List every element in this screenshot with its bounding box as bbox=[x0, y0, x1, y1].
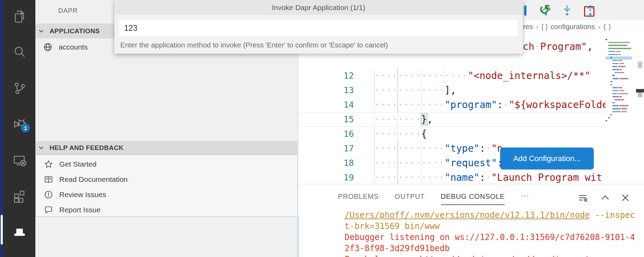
activity-bar: 1 bbox=[3, 0, 35, 257]
help-item-label: Review Issues bbox=[59, 190, 106, 199]
code-line[interactable]: 12················"<node_internals>/**" bbox=[298, 69, 606, 83]
help-item-read-documentation[interactable]: Read Documentation bbox=[44, 173, 128, 186]
console-line[interactable]: t-brk=31569 bin/www bbox=[345, 221, 440, 232]
line-number[interactable]: 18 bbox=[319, 156, 354, 170]
minimap-line bbox=[612, 90, 619, 91]
code-line[interactable]: 13············], bbox=[298, 83, 606, 98]
minimap-line bbox=[610, 84, 612, 86]
more-tabs-icon[interactable]: ··· bbox=[521, 191, 529, 201]
line-number[interactable]: 12 bbox=[319, 69, 354, 83]
line-number[interactable]: 19 bbox=[319, 170, 354, 184]
console-line[interactable]: For help, see: https://nodejs.org/en/doc… bbox=[345, 254, 600, 257]
minimap-line bbox=[618, 87, 622, 88]
app-item-label: accounts bbox=[59, 43, 88, 51]
minimap-line bbox=[619, 54, 621, 55]
minimap[interactable] bbox=[606, 33, 632, 152]
minimap-line bbox=[612, 111, 621, 113]
run-and-debug-icon[interactable]: 1 bbox=[11, 115, 27, 131]
console-line[interactable]: Debugger listening on ws://127.0.0.1:315… bbox=[345, 232, 635, 243]
code-text: ch·Program", bbox=[523, 39, 593, 54]
line-number[interactable]: 15 bbox=[319, 112, 354, 127]
quick-input-title: Invoke Dapr Application (1/1) bbox=[114, 0, 523, 15]
line-number[interactable]: 17 bbox=[319, 141, 354, 156]
console-line[interactable]: 2f3-8f98-3d29fd91bedb bbox=[345, 243, 450, 254]
code-text: ············"program":·"${workspaceFolde bbox=[374, 98, 606, 112]
minimap-line bbox=[608, 48, 631, 49]
code-text: ············], bbox=[374, 83, 456, 98]
add-configuration-button[interactable]: Add Configuration... bbox=[500, 148, 594, 169]
minimap-line bbox=[608, 51, 615, 52]
dapr-icon[interactable] bbox=[11, 223, 27, 239]
clear-console-icon[interactable] bbox=[577, 193, 588, 203]
minimap-line bbox=[606, 39, 607, 40]
close-panel-icon[interactable] bbox=[620, 193, 630, 203]
minimap-line bbox=[619, 90, 624, 91]
minimap-line bbox=[619, 105, 628, 106]
tab-debug-console[interactable]: DEBUG CONSOLE bbox=[441, 193, 505, 201]
book-icon bbox=[44, 175, 53, 184]
rail-scroll-thumb[interactable] bbox=[1, 215, 3, 245]
help-item-report-issue[interactable]: Report Issue bbox=[44, 203, 101, 216]
remote-explorer-icon[interactable] bbox=[11, 152, 27, 168]
code-line[interactable]: 19············"name":·"Launch Program wi… bbox=[298, 170, 606, 184]
minimap-line bbox=[621, 111, 627, 113]
minimap-line bbox=[606, 120, 607, 122]
help-item-review-issues[interactable]: Review Issues bbox=[44, 188, 106, 201]
minimap-line bbox=[612, 96, 619, 97]
console-line[interactable]: /Users/phoff/.nvm/versions/node/v12.13.1… bbox=[345, 210, 635, 221]
line-number[interactable]: 16 bbox=[319, 127, 354, 141]
bottom-panel: PROBLEMS OUTPUT DEBUG CONSOLE ··· /Users… bbox=[298, 184, 644, 257]
line-number[interactable]: 13 bbox=[319, 83, 354, 98]
code-line[interactable]: 16········{ bbox=[298, 127, 606, 141]
source-control-icon[interactable] bbox=[11, 80, 27, 96]
maximize-panel-icon[interactable] bbox=[600, 193, 610, 203]
panel-tabs: PROBLEMS OUTPUT DEBUG CONSOLE ··· bbox=[338, 193, 529, 201]
minimap-line bbox=[612, 66, 617, 67]
minimap-line bbox=[615, 72, 624, 73]
code-text: ············"type":·"n bbox=[374, 141, 503, 156]
tab-output[interactable]: OUTPUT bbox=[395, 193, 425, 201]
minimap-line bbox=[608, 42, 630, 43]
quick-input-field[interactable] bbox=[119, 20, 518, 36]
help-feedback-view: Get Started Read Documentation Review Is… bbox=[35, 154, 298, 217]
chevron-down-icon bbox=[39, 145, 44, 150]
minimap-line bbox=[612, 75, 615, 76]
minimap-line bbox=[608, 54, 619, 55]
search-icon[interactable] bbox=[11, 44, 27, 60]
debug-badge: 1 bbox=[21, 124, 30, 132]
minimap-line bbox=[610, 114, 612, 116]
section-help-and-feedback[interactable]: HELP AND FEEDBACK bbox=[35, 141, 298, 154]
quick-input-dialog: Invoke Dapr Application (1/1) Enter the … bbox=[114, 0, 523, 54]
vscode-window: 1 DAPR APPLICATIONS accounts HELP AN bbox=[0, 0, 644, 257]
code-text: ········}, bbox=[374, 112, 433, 127]
minimap-line bbox=[619, 63, 624, 64]
comment-icon bbox=[44, 205, 53, 214]
minimap-line bbox=[612, 105, 619, 106]
minimap-line bbox=[615, 99, 624, 100]
minimap-line bbox=[618, 66, 626, 67]
minimap-line bbox=[612, 93, 617, 95]
code-text: ················"<node_internals>/**" bbox=[374, 69, 591, 83]
section-label: APPLICATIONS bbox=[50, 27, 100, 35]
minimap-line bbox=[616, 51, 621, 52]
minimap-line bbox=[621, 108, 627, 109]
minimap-line bbox=[612, 87, 617, 88]
section-label: HELP AND FEEDBACK bbox=[50, 144, 124, 152]
minimap-line bbox=[608, 45, 627, 46]
tab-problems[interactable]: PROBLEMS bbox=[338, 193, 379, 201]
minimap-line bbox=[612, 69, 619, 70]
sidebar-title: DAPR bbox=[58, 7, 78, 15]
extensions-icon[interactable] bbox=[11, 188, 27, 204]
editor-scrollbar-thumb[interactable] bbox=[638, 62, 642, 68]
line-number[interactable]: 14 bbox=[319, 98, 354, 112]
code-line[interactable]: 14············"program":·"${workspaceFol… bbox=[298, 98, 606, 112]
app-item-accounts[interactable]: accounts bbox=[43, 41, 88, 54]
help-item-get-started[interactable]: Get Started bbox=[44, 158, 96, 171]
help-item-label: Get Started bbox=[59, 160, 96, 168]
star-icon bbox=[44, 160, 53, 169]
editor-scrollbar-thumb[interactable] bbox=[638, 92, 642, 97]
help-item-label: Report Issue bbox=[59, 206, 101, 214]
minimap-line bbox=[608, 117, 610, 118]
code-line[interactable]: 15········}, bbox=[298, 112, 606, 127]
explorer-icon[interactable] bbox=[11, 9, 27, 25]
